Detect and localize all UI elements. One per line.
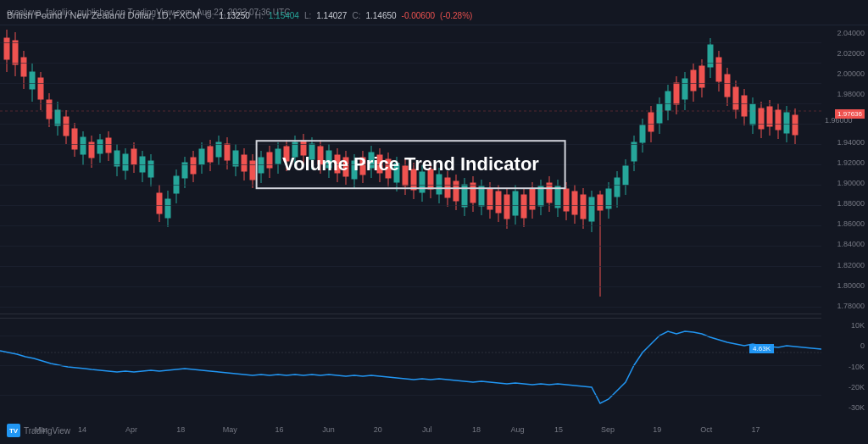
time-label-17: 17 bbox=[751, 425, 760, 434]
svg-rect-119 bbox=[504, 195, 509, 219]
svg-rect-149 bbox=[632, 142, 637, 161]
tradingview-logo: TV TradingView bbox=[7, 424, 70, 437]
price-axis: 2.04000 2.02000 2.00000 1.98000 1.96000 … bbox=[821, 25, 868, 314]
current-price-badge: 1.97636 bbox=[835, 109, 865, 119]
svg-rect-167 bbox=[708, 45, 713, 67]
svg-rect-157 bbox=[665, 92, 670, 110]
price-label-14: 1.78000 bbox=[825, 302, 865, 310]
time-label-jun: Jun bbox=[322, 425, 335, 434]
time-label-apr: Apr bbox=[125, 425, 137, 434]
svg-rect-35 bbox=[148, 161, 153, 177]
o-label: O: bbox=[205, 11, 214, 20]
pvt-axis: 10K 0 -10K -20K -30K bbox=[821, 318, 868, 415]
svg-rect-155 bbox=[657, 104, 662, 123]
svg-rect-161 bbox=[682, 79, 687, 99]
svg-rect-187 bbox=[793, 115, 798, 135]
svg-rect-135 bbox=[572, 191, 577, 214]
price-label-3: 2.00000 bbox=[825, 69, 865, 78]
svg-rect-7 bbox=[30, 72, 35, 89]
svg-rect-15 bbox=[64, 117, 69, 136]
pvt-label-2: 0 bbox=[825, 341, 865, 350]
c-label: C: bbox=[352, 11, 360, 20]
svg-rect-177 bbox=[750, 104, 755, 125]
svg-rect-3 bbox=[13, 41, 18, 64]
svg-rect-117 bbox=[496, 191, 501, 213]
time-label-20: 20 bbox=[374, 425, 382, 434]
price-label-9: 1.88000 bbox=[825, 199, 865, 208]
price-label-6: 1.94000 bbox=[825, 138, 865, 147]
svg-rect-121 bbox=[513, 191, 518, 215]
svg-rect-47 bbox=[199, 149, 204, 164]
pvt-label-1: 10K bbox=[825, 321, 865, 330]
time-label-jul: Jul bbox=[422, 425, 432, 434]
svg-rect-19 bbox=[81, 137, 86, 154]
svg-rect-165 bbox=[699, 66, 704, 87]
time-label-oct: Oct bbox=[700, 425, 712, 434]
time-label-19: 19 bbox=[653, 425, 661, 434]
svg-rect-175 bbox=[742, 96, 747, 116]
time-label-15: 15 bbox=[554, 425, 563, 434]
price-label-2: 2.02000 bbox=[825, 49, 865, 58]
svg-rect-159 bbox=[674, 83, 679, 104]
c-val: 1.14650 bbox=[365, 11, 396, 20]
svg-rect-39 bbox=[165, 199, 170, 218]
pvt-label-3: -10K bbox=[825, 363, 865, 371]
time-label-may: May bbox=[223, 425, 237, 434]
price-label-10: 1.86000 bbox=[825, 219, 865, 228]
svg-rect-29 bbox=[123, 154, 128, 170]
svg-rect-25 bbox=[106, 138, 111, 153]
svg-rect-137 bbox=[581, 195, 586, 219]
svg-rect-1 bbox=[4, 38, 9, 59]
pvt-chart[interactable]: 4.63K bbox=[0, 318, 821, 415]
l-val: 1.14027 bbox=[316, 11, 347, 20]
svg-rect-151 bbox=[640, 125, 645, 142]
price-label-7: 1.92000 bbox=[825, 158, 865, 167]
svg-rect-113 bbox=[479, 186, 484, 206]
time-label-16: 16 bbox=[275, 425, 283, 434]
time-label-sep: Sep bbox=[601, 425, 615, 434]
svg-rect-147 bbox=[623, 166, 628, 185]
svg-rect-57 bbox=[242, 155, 247, 171]
svg-rect-141 bbox=[598, 195, 603, 210]
svg-rect-5 bbox=[21, 58, 26, 76]
svg-rect-17 bbox=[72, 129, 77, 149]
pvt-label-4: -20K bbox=[825, 383, 865, 391]
o-val: 1.13250 bbox=[220, 11, 250, 20]
svg-rect-145 bbox=[615, 178, 620, 197]
chart-separator bbox=[0, 314, 821, 314]
svg-rect-179 bbox=[759, 108, 764, 129]
svg-rect-49 bbox=[208, 147, 213, 162]
symbol-bar: British Pound / New Zealand Dollar, 1D, … bbox=[7, 10, 472, 20]
svg-rect-163 bbox=[691, 70, 696, 91]
svg-rect-185 bbox=[784, 113, 789, 133]
svg-rect-171 bbox=[725, 75, 730, 97]
pvt-svg bbox=[0, 319, 821, 415]
svg-rect-53 bbox=[225, 144, 230, 160]
price-label-4: 1.98000 bbox=[825, 90, 865, 98]
time-label-18b: 18 bbox=[472, 425, 481, 434]
svg-rect-23 bbox=[97, 140, 103, 153]
svg-rect-127 bbox=[538, 186, 543, 206]
svg-rect-173 bbox=[733, 87, 738, 109]
tv-icon: TV bbox=[7, 424, 20, 437]
time-label-18: 18 bbox=[176, 425, 185, 434]
h-label: H: bbox=[255, 11, 264, 20]
overlay-title: Volume Price Trend Indicator bbox=[282, 153, 539, 175]
h-val: 1.15404 bbox=[269, 11, 299, 20]
svg-rect-139 bbox=[589, 197, 594, 221]
price-label-8: 1.90000 bbox=[825, 179, 865, 187]
symbol-name: British Pound / New Zealand Dollar, 1D, … bbox=[7, 10, 200, 20]
change-pct: (-0.28%) bbox=[440, 11, 472, 20]
svg-rect-125 bbox=[530, 189, 535, 209]
price-label-11: 1.84000 bbox=[825, 240, 865, 248]
time-label-aug: Aug bbox=[510, 425, 524, 434]
overlay-box: Volume Price Trend Indicator bbox=[255, 140, 566, 189]
svg-rect-45 bbox=[191, 158, 196, 174]
svg-rect-37 bbox=[157, 193, 162, 214]
time-label-14: 14 bbox=[78, 425, 86, 434]
svg-rect-169 bbox=[716, 58, 721, 81]
price-label-13: 1.80000 bbox=[825, 281, 865, 290]
price-label-1: 2.04000 bbox=[825, 29, 865, 37]
main-chart[interactable]: .bull { fill: #26a69a; stroke: #26a69a; … bbox=[0, 25, 821, 314]
tv-label: TradingView bbox=[24, 426, 70, 436]
